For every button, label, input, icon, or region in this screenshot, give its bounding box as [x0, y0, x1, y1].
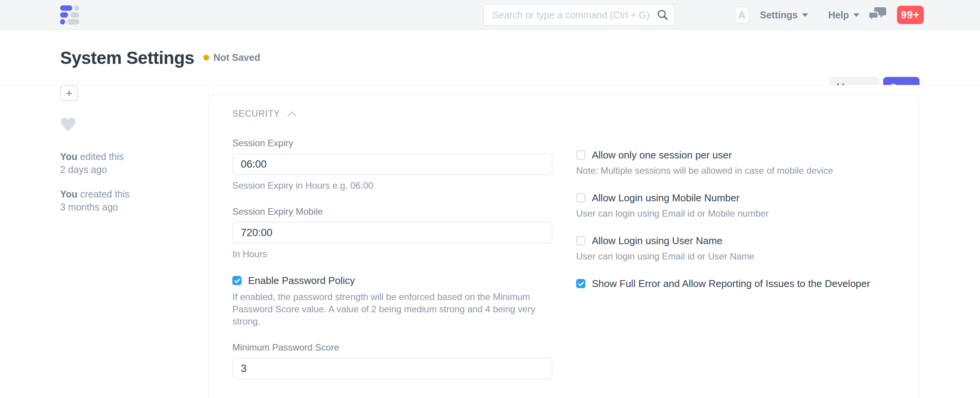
security-section: SECURITY Session Expiry Session Expiry i… [209, 96, 920, 394]
activity-user: You [60, 151, 77, 162]
activity-action: edited this [77, 151, 124, 162]
login-username-row[interactable]: Allow Login using User Name [576, 235, 896, 246]
activity-action: created this [77, 189, 129, 199]
login-username-help: User can login using Email id or User Na… [576, 250, 896, 263]
notification-badge[interactable]: 99+ [897, 6, 924, 24]
app-logo[interactable] [60, 5, 79, 24]
form-body: SECURITY Session Expiry Session Expiry i… [209, 85, 920, 398]
session-expiry-input[interactable] [232, 153, 552, 175]
section-title: SECURITY [232, 109, 280, 119]
heart-icon [60, 117, 76, 132]
one-session-label: Allow only one session per user [592, 149, 732, 161]
session-expiry-label: Session Expiry [232, 138, 552, 148]
search-icon[interactable] [657, 9, 668, 22]
enable-password-policy-label: Enable Password Policy [248, 275, 355, 286]
chat-button[interactable] [868, 7, 887, 23]
activity-edited: You edited this 2 days ago [60, 150, 190, 176]
session-expiry-mobile-input[interactable] [232, 222, 552, 243]
settings-dropdown[interactable]: Settings [760, 10, 808, 21]
login-mobile-label: Allow Login using Mobile Number [592, 192, 740, 204]
avatar[interactable]: A [734, 6, 750, 24]
like-button[interactable] [60, 117, 77, 133]
add-attachment-button[interactable]: + [60, 85, 78, 101]
login-mobile-row[interactable]: Allow Login using Mobile Number [576, 192, 896, 204]
minimum-password-score-label: Minimum Password Score [232, 342, 552, 353]
show-full-error-checkbox[interactable] [576, 279, 585, 288]
login-username-label: Allow Login using User Name [592, 235, 722, 246]
login-username-field: Allow Login using User Name User can log… [576, 235, 896, 263]
enable-password-policy-checkbox[interactable] [232, 276, 242, 285]
show-full-error-field: Show Full Error and Allow Reporting of I… [576, 278, 896, 289]
login-mobile-checkbox[interactable] [576, 193, 585, 202]
one-session-row[interactable]: Allow only one session per user [576, 149, 896, 161]
help-dropdown-label: Help [828, 10, 849, 21]
activity-user: You [60, 189, 77, 199]
search-input[interactable] [483, 4, 675, 26]
help-dropdown[interactable]: Help [828, 10, 859, 21]
chevron-down-icon [853, 13, 859, 17]
show-full-error-label: Show Full Error and Allow Reporting of I… [592, 278, 870, 289]
form-grid: Session Expiry Session Expiry in Hours e… [232, 138, 896, 394]
one-session-help: Note: Multiple sessions will be allowed … [576, 165, 896, 177]
session-expiry-mobile-label: Session Expiry Mobile [232, 206, 552, 217]
login-mobile-field: Allow Login using Mobile Number User can… [576, 192, 896, 220]
activity-time: 2 days ago [60, 163, 190, 176]
activity-created: You created this 3 months ago [60, 188, 190, 214]
chevron-up-icon [287, 111, 296, 116]
show-full-error-row[interactable]: Show Full Error and Allow Reporting of I… [576, 278, 896, 289]
login-username-checkbox[interactable] [576, 236, 585, 245]
one-session-field: Allow only one session per user Note: Mu… [576, 149, 896, 177]
frappe-logo-icon [60, 5, 79, 24]
minimum-password-score-input[interactable] [232, 358, 552, 379]
chat-icon [868, 7, 887, 23]
form-sidebar: + You edited this 2 days ago You created… [60, 85, 190, 214]
page-title: System Settings [60, 47, 194, 68]
session-expiry-help: Session Expiry in Hours e.g. 06:00 [232, 179, 552, 192]
security-section-header[interactable]: SECURITY [232, 109, 296, 119]
page-head: System Settings Not Saved Menu Save [0, 30, 980, 85]
status-text: Not Saved [213, 52, 260, 63]
enable-password-policy-help: If enabled, the password strength will b… [232, 291, 552, 328]
form-column-left: Session Expiry Session Expiry in Hours e… [232, 138, 552, 394]
enable-password-policy-field: Enable Password Policy If enabled, the p… [232, 275, 552, 328]
one-session-checkbox[interactable] [576, 150, 585, 160]
session-expiry-mobile-help: In Hours [232, 248, 552, 260]
navbar-right: A Settings Help 99+ [734, 0, 924, 30]
navbar: A Settings Help 99+ [0, 0, 980, 30]
activity-time: 3 months ago [60, 201, 190, 214]
settings-dropdown-label: Settings [760, 10, 798, 21]
session-expiry-mobile-field: Session Expiry Mobile In Hours [232, 206, 552, 260]
form-column-right: Allow only one session per user Note: Mu… [576, 138, 896, 305]
session-expiry-field: Session Expiry Session Expiry in Hours e… [232, 138, 552, 192]
status-indicator-dot [203, 55, 209, 60]
chevron-down-icon [802, 13, 808, 17]
enable-password-policy-row[interactable]: Enable Password Policy [232, 275, 552, 286]
minimum-password-score-field: Minimum Password Score [232, 342, 552, 379]
global-search [483, 4, 675, 26]
login-mobile-help: User can login using Email id or Mobile … [576, 207, 896, 220]
